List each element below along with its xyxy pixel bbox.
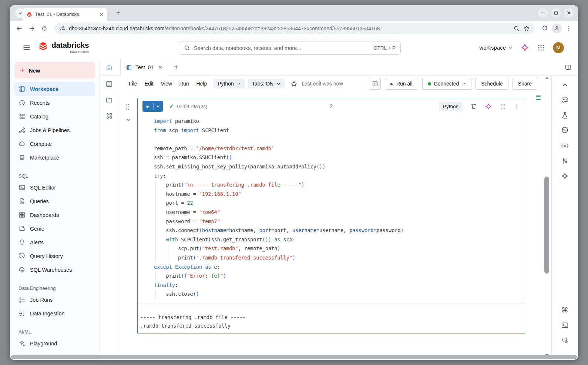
menu-help[interactable]: Help	[192, 81, 211, 87]
site-settings-icon[interactable]	[59, 25, 65, 31]
sidebar-item-sql-editor[interactable]: SQL Editor	[14, 181, 95, 194]
home-icon[interactable]	[105, 64, 113, 71]
code-line[interactable]: username = "row64"	[154, 208, 525, 217]
code-line[interactable]: ssh.set_missing_host_key_policy(paramiko…	[154, 162, 525, 171]
sidebar-item-queries[interactable]: Queries	[14, 194, 95, 208]
shortcuts-button[interactable]: ⌘	[561, 306, 569, 314]
scroll-up-arrow[interactable]	[545, 77, 549, 79]
code-line[interactable]: hostname = "192.168.1.10"	[154, 190, 525, 199]
user-avatar[interactable]: M	[553, 42, 564, 53]
share-button[interactable]: Share	[513, 78, 537, 90]
assistant-sparkle-icon[interactable]	[521, 43, 529, 52]
bookmark-star-icon[interactable]	[523, 25, 530, 32]
code-line[interactable]: ssh.close()	[154, 289, 525, 299]
horizontal-scrollbar[interactable]	[11, 355, 577, 359]
code-line[interactable]: finally:	[154, 281, 525, 290]
forward-button[interactable]	[26, 23, 37, 34]
cell-assistant-icon[interactable]	[485, 103, 492, 110]
hamburger-menu-icon[interactable]	[23, 44, 31, 52]
comments-button[interactable]	[561, 96, 569, 104]
sidebar-item-job-runs[interactable]: Job Runs	[14, 293, 95, 307]
schema-browser-icon[interactable]	[105, 112, 113, 120]
terminal-button[interactable]	[561, 321, 569, 329]
sidebar-item-catalog[interactable]: Catalog	[14, 110, 95, 123]
layout-button[interactable]	[369, 78, 381, 90]
settings-button[interactable]	[561, 157, 569, 165]
code-line[interactable]: scp.put("test.ramdb", remote_path)	[154, 244, 525, 253]
address-bar[interactable]: dbc-354bc3cc-b24b.cloud.databricks.com/e…	[54, 23, 535, 34]
browser-tab[interactable]: Test_01 - Databricks ✕	[23, 8, 107, 21]
code-line[interactable]: print(".ramdb transfered successfully")	[154, 253, 525, 262]
code-editor[interactable]: import paramikofrom scp import SCPClient…	[138, 114, 525, 304]
experiments-button[interactable]	[561, 111, 569, 119]
scrollbar-thumb[interactable]	[544, 177, 549, 274]
sidebar-item-sql-warehouses[interactable]: SQL Warehouses	[14, 263, 95, 277]
sidebar-item-query-history[interactable]: Query History	[14, 249, 95, 263]
sidebar-item-marketplace[interactable]: Marketplace	[14, 151, 95, 164]
reload-button[interactable]	[39, 23, 50, 34]
cell-collapse-icon[interactable]	[126, 117, 131, 122]
maximize-button[interactable]	[551, 8, 561, 18]
code-line[interactable]: from scp import SCPClient	[154, 126, 525, 135]
version-history-button[interactable]	[561, 126, 569, 134]
play-icon[interactable]: ▶	[142, 104, 153, 108]
variables-button[interactable]: {x}	[561, 141, 569, 150]
code-line[interactable]	[154, 135, 525, 144]
cell-drag-handle-icon[interactable]	[125, 104, 130, 110]
tab-close-icon[interactable]: ✕	[99, 11, 104, 17]
browser-menu-button[interactable]: ⋮	[563, 23, 574, 34]
sidebar-item-workspace[interactable]: Workspace	[14, 82, 95, 96]
environment-button[interactable]	[561, 336, 569, 344]
schedule-button[interactable]: Schedule	[476, 78, 508, 90]
connected-button[interactable]: Connected	[422, 78, 472, 90]
search-lens-icon[interactable]	[513, 25, 520, 32]
minimize-button[interactable]	[538, 8, 548, 18]
assistant-button[interactable]	[561, 172, 569, 180]
menu-run[interactable]: Run	[176, 81, 193, 87]
apps-grid-icon[interactable]	[537, 44, 545, 51]
back-button[interactable]	[14, 23, 25, 34]
workspace-selector[interactable]: workspace	[479, 44, 513, 51]
sidebar-item-playground[interactable]: Playground	[14, 336, 95, 350]
sidebar-item-jobs-pipelines[interactable]: Jobs & Pipelines	[14, 123, 95, 137]
code-line[interactable]: remote_path = '/home/testdbr/test.ramdb'	[154, 144, 525, 153]
code-line[interactable]: port = 22	[154, 198, 525, 208]
menu-view[interactable]: View	[157, 81, 176, 87]
code-line[interactable]: except Exception as e:	[154, 262, 525, 272]
collapse-panel-button[interactable]	[561, 81, 569, 89]
global-search-input[interactable]: Search data, notebooks, recents, and mor…	[179, 41, 401, 55]
last-edit-link[interactable]: Last edit was now	[302, 81, 343, 87]
run-all-button[interactable]: ▶Run all	[385, 78, 418, 90]
code-line[interactable]: password = "temp7"	[154, 217, 525, 226]
notebook-tab[interactable]: Test_01 ✕	[120, 59, 168, 76]
delete-cell-icon[interactable]	[470, 103, 477, 110]
menu-edit[interactable]: Edit	[141, 81, 157, 87]
run-options-button[interactable]	[154, 104, 163, 108]
sidebar-item-genie[interactable]: Genie	[14, 222, 95, 235]
menu-file[interactable]: File	[125, 81, 141, 87]
code-line[interactable]: ssh.connect(hostname=hostname, port=port…	[154, 226, 525, 235]
code-line[interactable]: with SCPClient(ssh.get_transport()) as s…	[154, 235, 525, 244]
code-line[interactable]: import paramiko	[154, 117, 525, 126]
code-line[interactable]: print(f"Error: {e}")	[154, 271, 525, 281]
sidebar-item-alerts[interactable]: Alerts	[14, 235, 95, 249]
code-line[interactable]: print("\n----- transfering .ramdb file -…	[154, 180, 525, 190]
notebook-tab-close-icon[interactable]: ✕	[158, 64, 162, 70]
code-line[interactable]: ssh = paramiko.SSHClient()	[154, 153, 525, 162]
add-notebook-tab-button[interactable]: +	[174, 63, 178, 71]
code-line[interactable]: try:	[154, 171, 525, 181]
sidebar-item-dashboards[interactable]: Dashboards	[14, 208, 95, 222]
close-button[interactable]: ✕	[564, 8, 574, 18]
split-view-icon[interactable]	[565, 64, 572, 71]
new-tab-button[interactable]: +	[114, 9, 122, 17]
language-selector[interactable]: Python	[214, 79, 245, 88]
tabs-toggle[interactable]: Tabs: ON	[248, 79, 285, 88]
cell-language-badge[interactable]: Python	[439, 102, 463, 111]
sidebar-item-recents[interactable]: Recents	[14, 96, 95, 110]
table-of-contents-icon[interactable]	[105, 80, 113, 88]
new-button[interactable]: + New	[14, 62, 95, 78]
cell-menu-icon[interactable]: ⋮	[514, 103, 520, 110]
sidebar-item-data-ingestion[interactable]: Data Ingestion	[14, 307, 95, 320]
cell-run-button[interactable]: ▶	[142, 101, 163, 112]
extensions-button[interactable]	[539, 23, 550, 34]
